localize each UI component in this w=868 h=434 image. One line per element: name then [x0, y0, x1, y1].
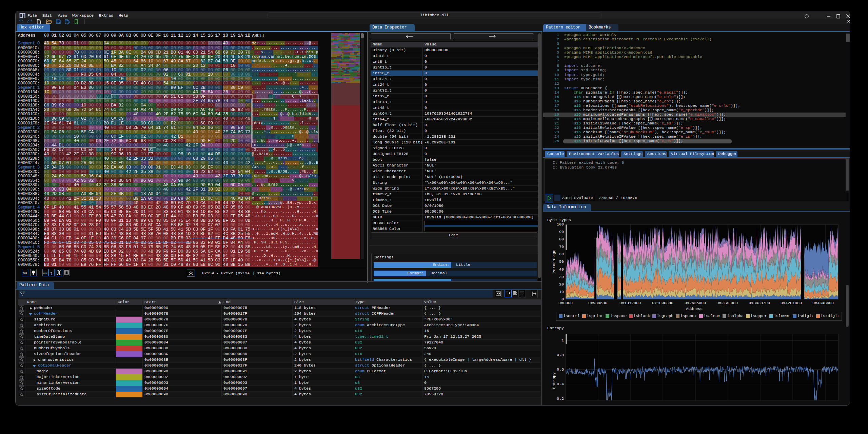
svg-text:Aa: Aa	[23, 271, 27, 275]
svg-text:abc: abc	[43, 272, 48, 275]
svg-text:¶: ¶	[51, 271, 53, 275]
